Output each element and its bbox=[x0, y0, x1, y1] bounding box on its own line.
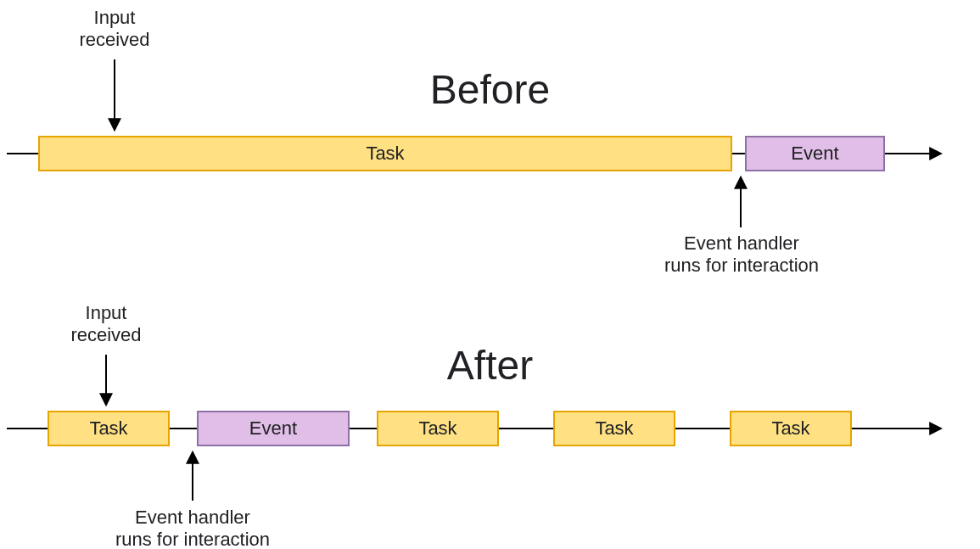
after-input-received-label: Input received bbox=[21, 302, 191, 347]
before-task-label: Task bbox=[366, 143, 404, 165]
before-input-received-label: Input received bbox=[30, 7, 199, 52]
after-task-block-1: Task bbox=[48, 411, 170, 446]
after-event-handler-label: Event handler runs for interaction bbox=[108, 507, 277, 549]
before-event-handler-label: Event handler runs for interaction bbox=[657, 232, 826, 277]
after-task-block-2: Task bbox=[377, 411, 499, 446]
after-event-label: Event bbox=[249, 417, 297, 440]
before-task-block: Task bbox=[38, 136, 732, 171]
before-event-block: Event bbox=[745, 136, 885, 171]
after-task-label-2: Task bbox=[418, 417, 456, 440]
after-task-block-3: Task bbox=[553, 411, 675, 446]
after-event-block: Event bbox=[197, 411, 350, 446]
after-task-label-4: Task bbox=[771, 417, 809, 440]
after-task-label-1: Task bbox=[89, 417, 127, 440]
before-event-label: Event bbox=[791, 143, 838, 165]
after-task-label-3: Task bbox=[595, 417, 633, 440]
after-title: After bbox=[0, 344, 980, 389]
after-task-block-4: Task bbox=[730, 411, 852, 446]
before-title: Before bbox=[0, 68, 980, 113]
